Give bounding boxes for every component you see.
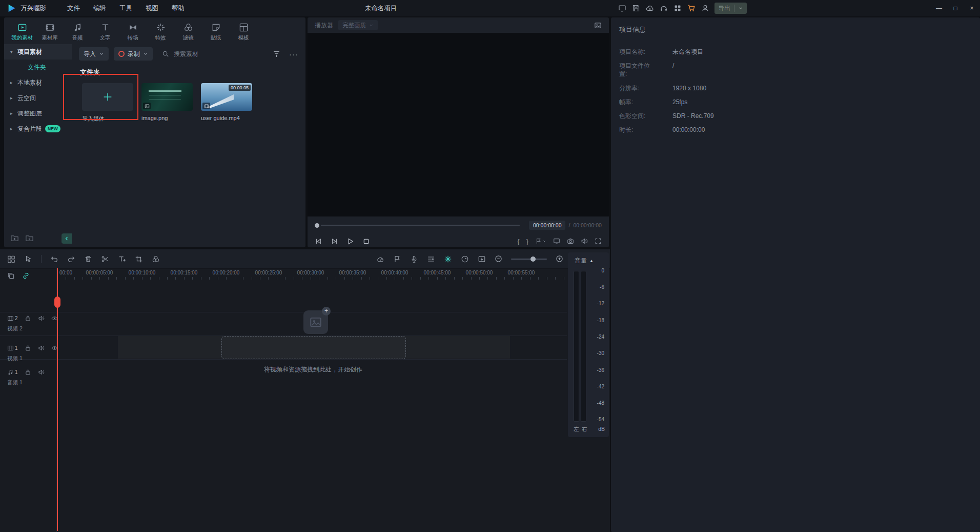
sidebar-item-project-media[interactable]: ▾项目素材: [4, 44, 72, 60]
menu-file[interactable]: 文件: [60, 0, 87, 16]
fullscreen-monitor-icon[interactable]: [553, 238, 560, 245]
close-button[interactable]: ×: [964, 0, 980, 16]
mark-out-icon[interactable]: }: [526, 238, 528, 245]
split-icon[interactable]: [101, 255, 109, 263]
media-item-image[interactable]: image.png: [141, 83, 193, 123]
save-icon[interactable]: [632, 4, 640, 12]
new-folder-icon[interactable]: [10, 234, 19, 243]
select-tool-icon[interactable]: [24, 255, 32, 263]
track-separator: [0, 384, 567, 384]
tab-templates[interactable]: 模板: [230, 20, 257, 42]
duplicate-icon[interactable]: [7, 272, 15, 280]
redo-icon[interactable]: [67, 255, 75, 263]
undo-icon[interactable]: [50, 255, 58, 263]
account-icon[interactable]: [701, 4, 709, 12]
manage-tracks-icon[interactable]: [7, 255, 15, 263]
lock-icon[interactable]: [25, 369, 31, 376]
chevron-down-icon: [143, 51, 148, 56]
tab-transitions[interactable]: 转场: [119, 20, 147, 42]
menu-view[interactable]: 视图: [139, 0, 165, 16]
play-button[interactable]: [346, 238, 354, 245]
delete-icon[interactable]: [84, 255, 92, 263]
tab-effects[interactable]: 特效: [147, 20, 174, 42]
apps-grid-icon[interactable]: [673, 4, 682, 12]
minimize-button[interactable]: —: [931, 0, 947, 16]
collapse-sidebar-button[interactable]: [62, 233, 72, 244]
sidebar-item-cloud[interactable]: ▸云空间: [4, 90, 72, 106]
import-button[interactable]: 导入: [79, 47, 109, 61]
keyframe-icon[interactable]: [444, 255, 452, 263]
video-track-icon: 2: [7, 315, 18, 322]
previous-frame-button[interactable]: [315, 238, 322, 245]
quality-select[interactable]: 完整画质: [338, 20, 378, 30]
scrubber-handle[interactable]: [315, 223, 319, 228]
volume-meter-right: [581, 271, 586, 422]
mute-icon[interactable]: [38, 369, 45, 376]
export-button[interactable]: 导出: [714, 3, 747, 14]
add-text-icon[interactable]: [118, 255, 126, 263]
layout-icon[interactable]: [618, 4, 626, 12]
zoom-slider-handle[interactable]: [530, 257, 536, 262]
expand-icon[interactable]: [595, 238, 602, 245]
delete-folder-icon[interactable]: [25, 234, 34, 243]
sidebar-item-folder[interactable]: 文件夹: [4, 60, 72, 75]
menu-help[interactable]: 帮助: [165, 0, 191, 16]
volume-toggle[interactable]: 音量 ▲: [568, 252, 609, 265]
speed-icon[interactable]: [461, 255, 469, 263]
menu-edit[interactable]: 编辑: [87, 0, 113, 16]
timeline-ruler[interactable]: 00:0000:00:05:0000:00:10:0000:00:15:0000…: [57, 268, 567, 280]
record-button[interactable]: 录制: [114, 47, 153, 61]
filter-sort-icon[interactable]: [273, 50, 281, 58]
zoom-in-icon[interactable]: [556, 255, 563, 263]
tab-stock-media[interactable]: 素材库: [36, 20, 64, 42]
templates-icon: [239, 23, 249, 32]
lock-icon[interactable]: [25, 315, 31, 322]
tab-my-media[interactable]: 我的素材: [8, 20, 36, 42]
scrubber-track[interactable]: [321, 225, 520, 226]
next-frame-button[interactable]: [331, 238, 338, 245]
mute-icon[interactable]: [38, 315, 45, 322]
marker-flag-icon[interactable]: [393, 255, 401, 263]
crop-icon[interactable]: [135, 255, 143, 263]
lock-icon[interactable]: [25, 345, 31, 351]
tab-text[interactable]: 文字: [91, 20, 119, 42]
sidebar-item-compound-clip[interactable]: ▸复合片段NEW: [4, 121, 72, 136]
menu-tools[interactable]: 工具: [113, 0, 139, 16]
track-header-tools: [7, 272, 30, 280]
tab-audio[interactable]: 音频: [64, 20, 91, 42]
record-icon: [118, 51, 125, 57]
render-preview-icon[interactable]: [376, 255, 384, 263]
playhead[interactable]: [57, 268, 58, 531]
tab-filters[interactable]: 滤镜: [174, 20, 202, 42]
image-thumbnail: [141, 83, 193, 111]
search-input[interactable]: [173, 50, 252, 58]
import-media-card[interactable]: 导入媒体: [82, 83, 133, 123]
maximize-button[interactable]: □: [947, 0, 964, 16]
timeline-dropzone[interactable]: [221, 336, 406, 359]
mark-in-icon[interactable]: {: [517, 238, 519, 245]
folder-section-title: 文件夹: [72, 64, 305, 83]
preview-image-icon[interactable]: [594, 22, 602, 29]
more-options-icon[interactable]: ···: [289, 50, 298, 58]
stop-button[interactable]: [362, 238, 370, 245]
export-frame-icon[interactable]: [478, 255, 486, 263]
zoom-slider[interactable]: [511, 259, 547, 260]
app-window: 万兴喔影 文件 编辑 工具 视图 帮助 未命名项目 导出 — □ ×: [0, 0, 980, 532]
voiceover-mic-icon[interactable]: [410, 255, 418, 263]
link-clips-icon[interactable]: [22, 272, 30, 280]
audio-mixer-icon[interactable]: [427, 255, 435, 263]
sidebar-item-adjustment-layer[interactable]: ▸调整图层: [4, 106, 72, 121]
mute-icon[interactable]: [581, 238, 588, 245]
media-item-video[interactable]: 00:00:05 user guide.mp4: [201, 83, 252, 123]
tab-stickers[interactable]: 贴纸: [202, 20, 230, 42]
zoom-out-icon[interactable]: [495, 255, 502, 263]
support-icon[interactable]: [660, 4, 668, 12]
color-match-icon[interactable]: [152, 255, 160, 263]
marker-icon[interactable]: [535, 238, 546, 245]
store-cart-icon[interactable]: [687, 4, 696, 12]
playhead-handle[interactable]: [54, 297, 60, 308]
snapshot-icon[interactable]: [567, 238, 574, 245]
sidebar-item-local-media[interactable]: ▸本地素材: [4, 75, 72, 90]
mute-icon[interactable]: [38, 345, 45, 351]
cloud-upload-icon[interactable]: [646, 4, 654, 12]
